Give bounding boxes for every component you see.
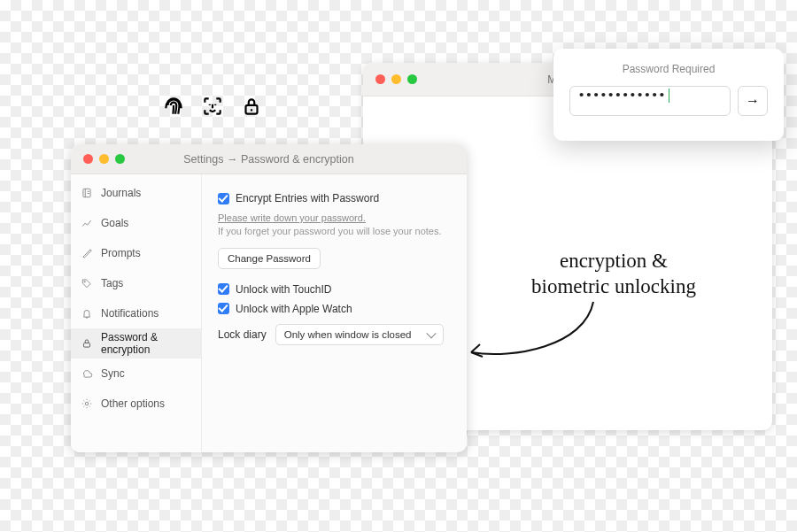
touchid-label: Unlock with TouchID xyxy=(236,283,332,296)
checkbox-checked-icon[interactable] xyxy=(218,283,229,295)
annotation-arrow xyxy=(460,297,602,368)
sidebar-item-notifications[interactable]: Notifications xyxy=(71,298,201,328)
touchid-checkbox-row[interactable]: Unlock with TouchID xyxy=(218,283,451,296)
change-password-button[interactable]: Change Password xyxy=(218,248,321,269)
encrypt-label: Encrypt Entries with Password xyxy=(236,192,379,204)
password-submit-button[interactable]: → xyxy=(738,86,768,116)
sidebar-item-journals[interactable]: Journals xyxy=(71,178,201,208)
close-dot[interactable] xyxy=(375,74,385,84)
arrow-right-icon: → xyxy=(746,93,760,109)
password-popup-title: Password Required xyxy=(569,63,768,75)
svg-rect-3 xyxy=(84,343,90,347)
fingerprint-icon xyxy=(162,95,185,121)
sidebar-item-tags[interactable]: Tags xyxy=(71,268,201,298)
watch-label: Unlock with Apple Watch xyxy=(236,303,352,315)
annotation-text: encryption & biometric unlocking xyxy=(531,249,696,300)
settings-title: Settings → Password & encryption xyxy=(71,153,467,166)
applewatch-checkbox-row[interactable]: Unlock with Apple Watch xyxy=(218,303,451,315)
lock-icon xyxy=(240,95,263,121)
lock-diary-select[interactable]: Only when window is closed xyxy=(275,324,444,345)
sidebar-item-label: Notifications xyxy=(101,307,159,320)
password-hint: Please write down your password. If you … xyxy=(218,212,451,239)
password-input[interactable]: •••••••••••• xyxy=(569,86,731,116)
sidebar-item-sync[interactable]: Sync xyxy=(71,359,201,389)
sidebar-item-prompts[interactable]: Prompts xyxy=(71,238,201,268)
svg-point-2 xyxy=(84,281,85,282)
biometric-icons-strip xyxy=(162,95,263,121)
sidebar-item-label: Journals xyxy=(101,187,141,199)
sidebar-item-label: Password & encryption xyxy=(101,331,191,356)
sidebar-item-goals[interactable]: Goals xyxy=(71,208,201,238)
lock-diary-value: Only when window is closed xyxy=(284,329,412,340)
zoom-dot[interactable] xyxy=(407,74,417,84)
sidebar-item-label: Goals xyxy=(101,217,128,229)
sidebar-item-other-options[interactable]: Other options xyxy=(71,389,201,419)
settings-pane: Encrypt Entries with Password Please wri… xyxy=(202,174,467,452)
svg-point-4 xyxy=(85,402,89,405)
faceid-icon xyxy=(201,95,224,121)
settings-titlebar: Settings → Password & encryption xyxy=(71,144,467,174)
password-popup: Password Required •••••••••••• → xyxy=(553,49,784,141)
traffic-lights[interactable] xyxy=(363,74,417,84)
sidebar-item-label: Other options xyxy=(101,397,165,410)
password-value: •••••••••••• xyxy=(579,87,667,102)
sidebar-item-label: Prompts xyxy=(101,247,141,259)
minimize-dot[interactable] xyxy=(391,74,401,84)
sidebar-item-label: Tags xyxy=(101,277,123,289)
encrypt-checkbox-row[interactable]: Encrypt Entries with Password xyxy=(218,192,451,204)
checkbox-checked-icon[interactable] xyxy=(218,193,229,204)
checkbox-checked-icon[interactable] xyxy=(218,303,229,314)
svg-rect-1 xyxy=(83,189,90,197)
lock-diary-label: Lock diary xyxy=(218,328,267,341)
sidebar-item-password-encryption[interactable]: Password & encryption xyxy=(71,328,201,359)
sidebar-item-label: Sync xyxy=(101,367,125,380)
settings-sidebar: Journals Goals Prompts Tags Notification… xyxy=(71,174,202,452)
settings-window: Settings → Password & encryption Journal… xyxy=(71,144,467,452)
